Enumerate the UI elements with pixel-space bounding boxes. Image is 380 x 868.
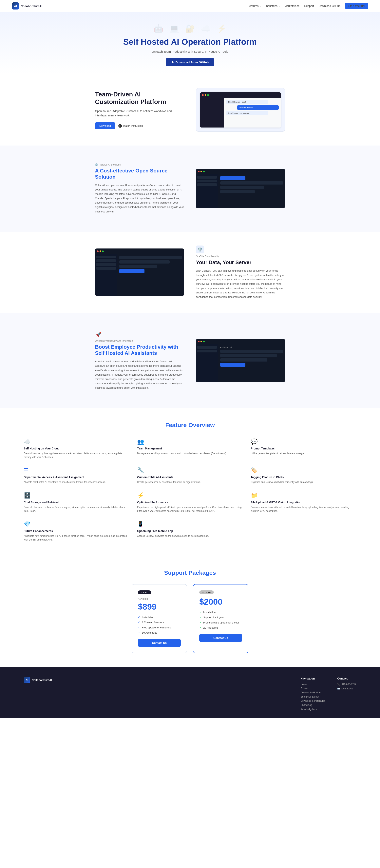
feature-desc-10: Access CollabAI software on the go with … [137, 534, 243, 538]
boost-dark-sidebar [196, 344, 218, 382]
basic-contact-button[interactable]: Contact Us [138, 639, 181, 647]
nav-download-github[interactable]: Download GitHub [319, 4, 340, 7]
data-dark-main [117, 254, 184, 296]
nav-support[interactable]: Support [304, 4, 314, 7]
check-icon-3: ✓ [138, 631, 140, 634]
feature-title-10: Upcoming Free Mobile App [137, 529, 243, 533]
mock-content: Hello! How can I help? Generate a report… [224, 98, 281, 127]
data-security-text: 🛡️ On-Site Data Security Your Data, Your… [196, 246, 285, 299]
dark-dot-yellow [200, 171, 202, 172]
data-row-2 [119, 260, 169, 264]
footer-nav-community[interactable]: Community Edition [300, 691, 325, 694]
nav-links: Features ▾ Industries ▾ Marketplace Supp… [248, 3, 368, 9]
data-sidebar-2 [96, 259, 116, 262]
check-green-icon-3: ✓ [199, 626, 202, 629]
hero-cta-button[interactable]: ⬇ Download From GitHub [166, 58, 214, 66]
dark-main [218, 174, 285, 208]
industries-dropdown-arrow: ▾ [279, 5, 280, 7]
hero-dec-4: ☁️ [201, 24, 211, 33]
logo-text: CollaborativeAI [21, 4, 42, 8]
feature-icon-1: 👥 [137, 438, 243, 445]
team-description: Open-source. Adaptable. Custom AI to opt… [95, 109, 184, 118]
feature-desc-6: Save all chats and replies for future an… [24, 505, 129, 513]
basic-tag: BASIC [138, 590, 151, 594]
mock-sidebar [200, 98, 224, 127]
features-section: Feature Overview ☁️ Self Hosting on Your… [0, 408, 380, 556]
nav-industries[interactable]: Industries ▾ [265, 4, 280, 7]
footer-nav-changelog[interactable]: Changelog [300, 704, 325, 707]
data-dot-yellow [100, 250, 101, 252]
footer-nav-github[interactable]: GitHub [300, 687, 325, 690]
feature-title-6: Chat Storage and Retrieval [24, 501, 129, 504]
feature-icon-3: ☰ [24, 467, 129, 474]
hero-section: 🤖 💻 🔐 ☁️ ⚡ Self Hosted AI Operation Plat… [0, 12, 380, 74]
dark-row-1 [220, 181, 283, 185]
dark-header [196, 169, 285, 174]
silver-feature-3: ✓ 20 Assistants [199, 626, 242, 629]
feature-item-10: 📱 Upcoming Free Mobile App Access Collab… [137, 521, 243, 542]
nav-logo[interactable]: AI CollaborativeAI [12, 2, 42, 9]
feature-title-5: Tagging Feature in Chats [251, 475, 356, 479]
footer-nav-enterprise[interactable]: Enterprise Edition [300, 695, 325, 698]
boost-section: 🚀 Unleash Productivity and Innovation Bo… [71, 317, 309, 404]
nav-start-trial[interactable]: Start free trial [345, 3, 368, 9]
feature-desc-0: Gain full control by hosting the open so… [24, 452, 129, 459]
mail-icon: ✉️ [337, 687, 340, 690]
cost-gear-icon: ⚙️ [95, 163, 98, 166]
feature-title-9: Future Enhancements [24, 529, 129, 533]
feature-icon-7: ⚡ [137, 492, 243, 499]
footer-phone: 📞 646-666-9714 [337, 683, 356, 686]
data-dark-body [95, 254, 184, 296]
cost-heading: A Cost-effective Open Source Solution [95, 168, 184, 180]
feature-desc-4: Create personalized AI assistants for us… [137, 480, 243, 484]
silver-features-list: ✓ Installation ✓ Support for 1 year ✓ Fr… [199, 611, 242, 629]
feature-desc-5: Organize and retrieve chat data efficien… [251, 480, 356, 484]
footer-logo-col: AI CollaborativeAI [24, 677, 289, 712]
team-download-button[interactable]: Download [95, 122, 115, 129]
mock-bubble-2: Generate a report [237, 105, 279, 110]
packages-row: BASIC $2000 $899 ✓ Installation ✓ 2 Trai… [24, 584, 356, 653]
boost-row-3 [220, 359, 267, 362]
basic-feature-1: ✓ 2 Training Sessions [138, 621, 181, 624]
feature-title-0: Self Hosting on Your Cloud [24, 447, 129, 450]
team-mock-screenshot: Hello! How can I help? Generate a report… [196, 88, 285, 132]
feature-title-1: Team Management [137, 447, 243, 450]
feature-desc-8: Enhance interactions with self hosted AI… [251, 505, 356, 513]
data-sidebar-4 [96, 267, 116, 270]
footer-contact-link[interactable]: ✉️ Contact Us [337, 687, 356, 690]
feature-icon-9: 💎 [24, 521, 129, 527]
boost-dot-green [203, 341, 204, 342]
data-dark-header [95, 248, 184, 254]
footer: AI CollaborativeAI Navigation Home GitHu… [0, 667, 380, 718]
team-btn-row: Download ▶ Watch Instruction [95, 122, 184, 129]
footer-nav-knowledgebase[interactable]: Knowledgebase [300, 708, 325, 711]
phone-icon: 📞 [337, 683, 340, 686]
dark-body [196, 174, 285, 208]
feature-item-2: 💬 Prompt Templates Utilize generic templ… [251, 438, 356, 459]
boost-row-1 [220, 350, 283, 353]
cost-text: ⚙️ Tailored AI Solutions A Cost-effectiv… [95, 163, 184, 214]
data-dark-sidebar [95, 254, 117, 296]
nav-features[interactable]: Features ▾ [248, 4, 261, 7]
basic-feature-3: ✓ 10 Assistants [138, 631, 181, 634]
feature-item-1: 👥 Team Management Manage teams with priv… [137, 438, 243, 459]
footer-nav-home[interactable]: Home [300, 683, 325, 686]
silver-price: $2000 [199, 597, 242, 607]
silver-contact-button[interactable]: Contact Us [199, 634, 242, 642]
data-dot-red [97, 250, 99, 252]
nav-marketplace[interactable]: Marketplace [284, 4, 299, 7]
data-label: On-Site Data Security [196, 255, 285, 258]
footer-nav-download[interactable]: Download & Installation [300, 700, 325, 702]
package-basic: BASIC $2000 $899 ✓ Installation ✓ 2 Trai… [132, 584, 187, 653]
boost-label: Unleash Productivity and Innovation [95, 340, 184, 342]
play-icon: ▶ [118, 124, 122, 128]
check-green-icon-0: ✓ [199, 611, 202, 614]
feature-desc-3: Allocate self hosted AI assistants to sp… [24, 480, 129, 484]
hero-dec-5: ⚡ [217, 24, 227, 33]
boost-sidebar-2 [197, 350, 217, 352]
team-watch-button[interactable]: ▶ Watch Instruction [118, 124, 143, 128]
boost-dark-main: Assistant List [218, 344, 285, 382]
basic-old-price: $2000 [138, 597, 181, 601]
dark-dot-green [203, 171, 204, 172]
feature-title-3: Departmental Access & Assistant Assignme… [24, 475, 129, 479]
